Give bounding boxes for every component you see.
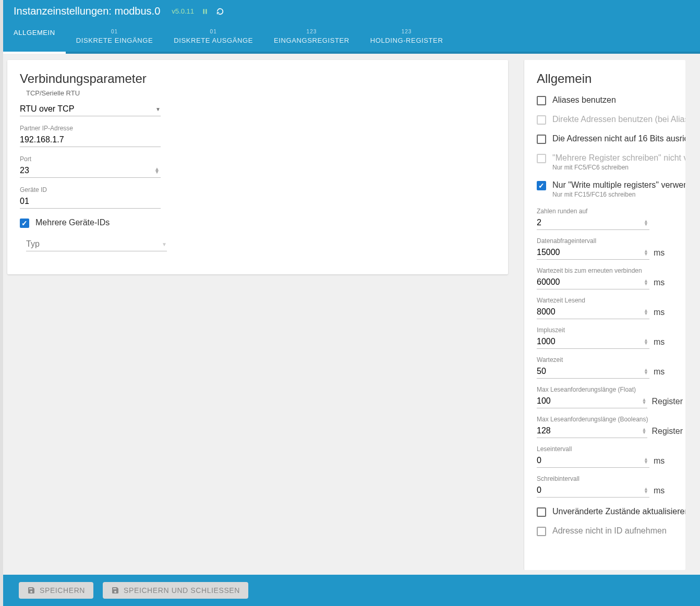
stepper-icon[interactable]: ▲▼ [643, 457, 649, 464]
stepper-icon[interactable]: ▲▼ [641, 398, 648, 404]
unit-ms: ms [654, 337, 683, 347]
round-input[interactable] [537, 216, 643, 229]
unchanged-checkbox[interactable] [537, 507, 546, 517]
round-label: Zahlen runden auf [537, 208, 683, 215]
app-header: Instanzeinstellungen: modbus.0 v5.0.11 [0, 0, 700, 22]
unit-ms: ms [654, 486, 683, 495]
impulse-input[interactable] [537, 335, 643, 348]
multi-id-checkbox[interactable] [20, 219, 29, 228]
writeint-input[interactable] [537, 483, 643, 497]
impulse-label: Impluszeit [537, 326, 683, 334]
readwait-input[interactable] [537, 305, 643, 319]
footer: SPEICHERN SPEICHERN UND SCHLIESSEN [3, 575, 700, 576]
unit-ms: ms [654, 456, 683, 466]
general-panel: Allgemein Aliases benutzen Direkte Adres… [524, 60, 685, 570]
unit-ms: ms [654, 367, 683, 377]
ip-input[interactable] [20, 133, 161, 147]
only-multiwrite-checkbox[interactable] [537, 181, 546, 190]
type-select[interactable]: ▼ [26, 237, 167, 251]
maxfloat-input[interactable] [537, 394, 641, 408]
poll-input[interactable] [537, 246, 643, 259]
general-title: Allgemein [537, 71, 685, 86]
no-multiwrite-label: "Mehrere Register schreiben" nicht verwe… [552, 153, 685, 163]
tab-diskrete-eingaenge[interactable]: 01 DISKRETE EINGÄNGE [66, 22, 163, 52]
maxfloat-label: Max Leseanforderungslänge (Float) [537, 386, 683, 393]
readint-input[interactable] [537, 454, 643, 467]
unit-ms: ms [654, 308, 683, 317]
stepper-icon[interactable]: ▲▼ [643, 279, 649, 285]
readwait-label: Wartezeit Lesend [537, 297, 683, 304]
multi-id-label: Mehrere Geräte-IDs [35, 218, 110, 227]
version-label: v5.0.11 [172, 7, 194, 15]
reconnect-label: Wartezeit bis zum erneuten verbinden [537, 267, 683, 274]
conn-type-input[interactable] [20, 102, 155, 116]
unit-register: Register [651, 427, 683, 436]
stepper-icon[interactable]: ▲▼ [641, 428, 648, 434]
stepper-icon[interactable]: ▲▼ [643, 487, 649, 493]
unchanged-label: Unveränderte Zustände aktualisieren [552, 507, 685, 516]
direct-addr-label: Direkte Adressen benutzen (bei Aliases) [552, 115, 685, 124]
aliases-checkbox[interactable] [537, 96, 546, 105]
only-multiwrite-label: Nur "Write multiple registers" verwenden [552, 180, 685, 190]
unit-ms: ms [654, 248, 683, 258]
conn-type-label: TCP/Serielle RTU [26, 89, 496, 97]
readint-label: Leseintervall [537, 445, 683, 453]
refresh-icon[interactable] [216, 7, 224, 16]
svg-rect-0 [203, 9, 204, 14]
connection-title: Verbindungsparameter [20, 71, 496, 86]
aliases-label: Aliases benutzen [552, 95, 616, 105]
tab-eingangsregister[interactable]: 123 EINGANGSREGISTER [263, 22, 360, 52]
device-id-label: Geräte ID [20, 186, 161, 193]
tab-diskrete-ausgaenge[interactable]: 01 DISKRETE AUSGÄNGE [163, 22, 263, 52]
ip-label: Partner IP-Adresse [20, 125, 161, 132]
noaddr-label: Adresse nicht in ID aufnehmen [552, 526, 667, 536]
wait-label: Wartezeit [537, 356, 683, 363]
tab-allgemein[interactable]: ALLGEMEIN [3, 22, 66, 52]
no-multiwrite-checkbox [537, 154, 546, 163]
only-multiwrite-sub: Nur mit FC15/FC16 schreiben [552, 191, 685, 198]
no-multiwrite-sub: Nur mit FC5/FC6 schreiben [552, 164, 685, 171]
connection-panel: Verbindungsparameter TCP/Serielle RTU ▼ … [7, 60, 508, 274]
unit-register: Register [651, 397, 683, 406]
page-title: Instanzeinstellungen: modbus.0 [14, 5, 160, 17]
tab-holding-register[interactable]: 123 HOLDING-REGISTER [360, 22, 454, 52]
maxbool-label: Max Leseanforderungslänge (Booleans) [537, 416, 683, 423]
pause-icon[interactable] [201, 8, 209, 15]
conn-type-select[interactable]: ▼ [20, 102, 161, 116]
tabs: ALLGEMEIN 01 DISKRETE EINGÄNGE 01 DISKRE… [0, 22, 700, 54]
stepper-icon[interactable]: ▲▼ [643, 368, 649, 374]
chevron-down-icon: ▼ [162, 241, 167, 247]
port-label: Port [20, 155, 161, 163]
stepper-icon[interactable]: ▲▼ [643, 220, 649, 226]
svg-rect-1 [206, 9, 207, 14]
chevron-down-icon: ▼ [155, 106, 161, 112]
reconnect-input[interactable] [537, 275, 643, 289]
writeint-label: Schreibintervall [537, 475, 683, 482]
port-input[interactable] [20, 164, 153, 177]
stepper-icon[interactable]: ▲▼ [153, 167, 161, 174]
noaddr-checkbox[interactable] [537, 527, 546, 536]
no16bit-label: Die Adressen nicht auf 16 Bits ausrichte… [552, 134, 685, 143]
stepper-icon[interactable]: ▲▼ [643, 338, 649, 345]
unit-ms: ms [654, 278, 683, 287]
poll-label: Datenabfrageintervall [537, 237, 683, 245]
stepper-icon[interactable]: ▲▼ [643, 309, 649, 315]
wait-input[interactable] [537, 365, 643, 378]
no16bit-checkbox[interactable] [537, 135, 546, 144]
type-input[interactable] [26, 237, 162, 251]
direct-addr-checkbox [537, 115, 546, 125]
maxbool-input[interactable] [537, 424, 641, 438]
device-id-input[interactable] [20, 195, 161, 208]
stepper-icon[interactable]: ▲▼ [643, 249, 649, 256]
